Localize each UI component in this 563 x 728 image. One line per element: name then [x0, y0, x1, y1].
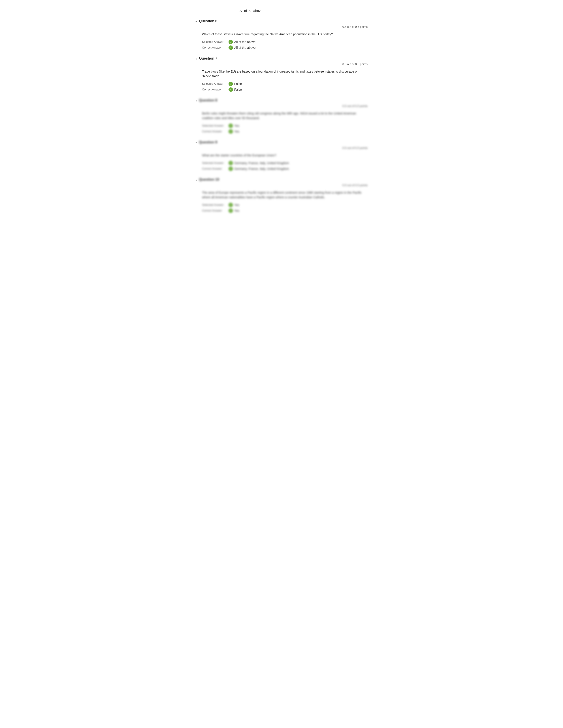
selected-check-icon: ✓ [228, 124, 233, 128]
correct-answer-label: Correct Answer: [202, 167, 228, 170]
question-header: • Question 10 [195, 178, 368, 183]
question-body: What are the starter countries of the Eu… [202, 153, 368, 171]
question-text: The area of Europe represents a Pacific … [202, 190, 368, 200]
correct-answer-row: Correct Answer: ✓ Yes [202, 129, 368, 134]
question-title: Question 10 [199, 178, 219, 182]
question-header: • Question 6 [195, 19, 368, 24]
correct-answer-label: Correct Answer: [202, 87, 228, 91]
question-text: What are the starter countries of the Eu… [202, 153, 368, 158]
correct-answer-row: Correct Answer: ✓ Yes [202, 208, 368, 213]
selected-answer-text: Yes [234, 124, 239, 128]
correct-check-icon: ✓ [228, 87, 233, 92]
bullet-icon: • [195, 20, 197, 24]
question-body: Trade blocs (like the EU) are based on a… [202, 69, 368, 92]
question-body: Berlin rules might threaten them citing … [202, 111, 368, 134]
selected-answer-text: False [234, 82, 242, 86]
correct-answer-value: ✓ False [228, 87, 242, 92]
question-text: Which of these statistics is/are true re… [202, 32, 368, 37]
selected-answer-label: Selected Answer: [202, 161, 228, 165]
bullet-icon: • [195, 99, 197, 103]
correct-check-icon: ✓ [228, 208, 233, 213]
selected-answer-value: ✓ Germany, France, Italy, United Kingdom [228, 161, 289, 165]
points-display: 0.5 out of 0.5 points [195, 104, 368, 108]
question-header: • Question 9 [195, 140, 368, 145]
selected-answer-label: Selected Answer: [202, 82, 228, 85]
correct-answer-label: Correct Answer: [202, 45, 228, 49]
points-display: 0.5 out of 0.5 points [195, 146, 368, 150]
selected-answer-value: ✓ False [228, 82, 242, 86]
question-block-10: • Question 10 0.5 out of 0.5 points The … [195, 178, 368, 213]
selected-check-icon: ✓ [228, 203, 233, 207]
question-block-8: • Question 8 0.5 out of 0.5 points Berli… [195, 98, 368, 134]
question-header: • Question 8 [195, 98, 368, 103]
selected-answer-text: Germany, France, Italy, United Kingdom [234, 161, 289, 165]
question-title: Question 7 [199, 56, 217, 60]
question-text: Trade blocs (like the EU) are based on a… [202, 69, 368, 79]
question-title: Question 9 [199, 140, 217, 144]
points-display: 0.5 out of 0.5 points [195, 184, 368, 187]
selected-check-icon: ✓ [228, 82, 233, 86]
points-display: 0.5 out of 0.5 points [195, 62, 368, 66]
correct-answer-value: ✓ Germany, France, Italy, United Kingdom [228, 167, 289, 171]
selected-answer-label: Selected Answer: [202, 203, 228, 206]
correct-answer-row: Correct Answer: ✓ Germany, France, Italy… [202, 167, 368, 171]
correct-check-icon: ✓ [228, 167, 233, 171]
correct-answer-text: All of the above [234, 46, 256, 49]
selected-answer-label: Selected Answer: [202, 40, 228, 43]
correct-answer-row: Correct Answer: ✓ All of the above [202, 45, 368, 50]
prev-answer-text: All of the above [239, 9, 368, 13]
correct-check-icon: ✓ [228, 129, 233, 134]
question-block-7: • Question 7 0.5 out of 0.5 points Trade… [195, 56, 368, 92]
question-title: Question 8 [199, 98, 217, 102]
bullet-icon: • [195, 141, 197, 145]
selected-answer-value: ✓ Yes [228, 203, 239, 207]
question-block-9: • Question 9 0.5 out of 0.5 points What … [195, 140, 368, 171]
correct-answer-label: Correct Answer: [202, 129, 228, 133]
selected-answer-row: Selected Answer: ✓ Germany, France, Ital… [202, 161, 368, 165]
points-display: 0.5 out of 0.5 points [195, 25, 368, 28]
correct-check-icon: ✓ [228, 45, 233, 50]
correct-answer-text: Yes [234, 130, 239, 133]
correct-answer-value: ✓ Yes [228, 129, 239, 134]
correct-answer-text: Yes [234, 209, 239, 212]
selected-answer-value: ✓ Yes [228, 124, 239, 128]
correct-answer-label: Correct Answer: [202, 208, 228, 212]
correct-answer-row: Correct Answer: ✓ False [202, 87, 368, 92]
correct-answer-value: ✓ Yes [228, 208, 239, 213]
bullet-icon: • [195, 178, 197, 183]
correct-answer-value: ✓ All of the above [228, 45, 256, 50]
question-body: Which of these statistics is/are true re… [202, 32, 368, 50]
selected-answer-label: Selected Answer: [202, 124, 228, 127]
bullet-icon: • [195, 57, 197, 62]
correct-answer-text: False [234, 88, 242, 91]
question-body: The area of Europe represents a Pacific … [202, 190, 368, 213]
selected-answer-row: Selected Answer: ✓ False [202, 82, 368, 86]
correct-answer-text: Germany, France, Italy, United Kingdom [234, 167, 289, 171]
selected-answer-text: All of the above [234, 40, 256, 44]
selected-answer-row: Selected Answer: ✓ Yes [202, 124, 368, 128]
question-block-6: • Question 6 0.5 out of 0.5 points Which… [195, 19, 368, 50]
question-header: • Question 7 [195, 56, 368, 62]
selected-check-icon: ✓ [228, 40, 233, 44]
selected-check-icon: ✓ [228, 161, 233, 165]
question-title: Question 6 [199, 19, 217, 23]
selected-answer-row: Selected Answer: ✓ Yes [202, 203, 368, 207]
selected-answer-value: ✓ All of the above [228, 40, 256, 44]
selected-answer-text: Yes [234, 203, 239, 207]
question-text: Berlin rules might threaten them citing … [202, 111, 368, 120]
selected-answer-row: Selected Answer: ✓ All of the above [202, 40, 368, 44]
